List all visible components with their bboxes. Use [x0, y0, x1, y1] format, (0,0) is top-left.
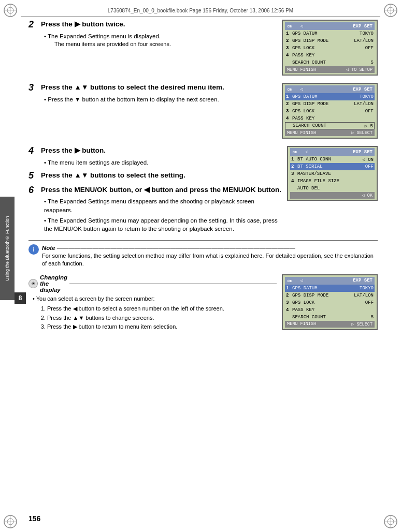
- lcd-header-1: ㎝ ◁ EXP SET: [285, 22, 375, 30]
- step-2-title: Press the ▶ button twice.: [41, 20, 125, 29]
- step-3-header: 3 Press the ▲▼ buttons to select the des…: [28, 83, 277, 93]
- step-2: 2 Press the ▶ button twice. The Expanded…: [28, 20, 378, 76]
- cd-item-3: Press the ▶ button to return to menu ite…: [47, 323, 277, 331]
- side-label: Using the Bluetooth® Function: [0, 197, 15, 300]
- page-number: 156: [28, 514, 40, 523]
- cd-body: You can select a screen by the screen nu…: [28, 295, 277, 331]
- step-3: 3 Press the ▲▼ buttons to select the des…: [28, 83, 378, 139]
- cd-title: Changing the display: [40, 274, 67, 293]
- step-3-number: 3: [28, 83, 39, 93]
- step-2-note: The menu items are provided on four scre…: [54, 40, 277, 48]
- lcd-row-1-1: 1 GPS DATUM TOKYO: [285, 30, 375, 37]
- lcd-row-4-2: 2 GPS DISP MODE LAT/LON: [285, 292, 375, 299]
- lcd-row-1-3: 3 GPS LOCK OFF: [285, 45, 375, 52]
- step-5-number: 5: [28, 171, 39, 181]
- cd-intro: You can select a screen by the screen nu…: [33, 295, 277, 303]
- step-4-body: The menu item settings are displayed.: [40, 158, 282, 167]
- step-6-bullet-2: The Expanded Settings menu may appear de…: [44, 216, 282, 233]
- corner-decoration-br: [383, 514, 398, 529]
- chapter-badge: 8: [15, 292, 26, 304]
- lcd-row-3-5: AUTO DEL: [290, 185, 375, 192]
- lcd-row-2-5: SEARCH COUNT ▷ 5: [285, 122, 375, 129]
- page-header: L7360874_En_00_0_bookfile.book Page 156 …: [21, 5, 380, 17]
- lcd-row-3-1: 1 BT AUTO CONN ◁ ON: [290, 156, 375, 163]
- step-5-header: 5 Press the ▲▼ buttons to select the set…: [28, 171, 282, 181]
- step-4-title: Press the ▶ button.: [41, 146, 106, 155]
- step-3-title: Press the ▲▼ buttons to select the desir…: [41, 83, 224, 92]
- step-456-layout: 4 Press the ▶ button. The menu item sett…: [28, 146, 378, 233]
- lcd-row-4-3: 3 GPS LOCK OFF: [285, 299, 375, 306]
- changing-display-section: ☀ Changing the display —————————————————…: [28, 274, 378, 332]
- step-2-text: 2 Press the ▶ button twice. The Expanded…: [28, 20, 277, 48]
- cd-icon: ☀: [28, 279, 38, 288]
- lcd-screen-1: ㎝ ◁ EXP SET 1 GPS DATUM TOKYO 2 GPS DISP…: [282, 20, 378, 76]
- step-6-title: Press the MENU/OK button, or ◀ button an…: [41, 185, 281, 195]
- lcd-row-3-2: 2 BT SERIAL OFF: [290, 163, 375, 170]
- step-3-layout: 3 Press the ▲▼ buttons to select the des…: [28, 83, 378, 139]
- lcd-row-2-1: 1 GPS DATUM TOKYO: [285, 93, 375, 100]
- note-icon: i: [28, 244, 39, 255]
- step-2-header: 2 Press the ▶ button twice.: [28, 20, 277, 30]
- step-6-body: The Expanded Settings menu disappears an…: [40, 197, 282, 232]
- note-body: For some functions, the setting selectio…: [42, 252, 378, 268]
- note-title: Note ———————————————————————————————————…: [42, 244, 378, 252]
- header-text: L7360874_En_00_0_bookfile.book Page 156 …: [108, 8, 293, 13]
- lcd-row-1-2: 2 GPS DISP MODE LAT/LON: [285, 37, 375, 45]
- step-3-screen: ㎝ ◁ EXP SET 1 GPS DATUM TOKYO 2 GPS DISP…: [282, 83, 378, 139]
- lcd-footer-2: MENU FINISH ▷ SELECT: [285, 129, 375, 136]
- step-3-text: 3 Press the ▲▼ buttons to select the des…: [28, 83, 277, 104]
- lcd-screen-4: ㎝ ◁ EXP SET 1 GPS DATUM TOKYO 2 GPS DISP…: [282, 274, 378, 330]
- lcd-row-4-4: 4 PASS KEY: [285, 306, 375, 314]
- step-3-body: Press the ▼ button at the bottom item to…: [40, 95, 277, 104]
- lcd-row-3-3: 3 MASTER/SLAVE: [290, 170, 375, 178]
- cd-header: ☀ Changing the display —————————————————…: [28, 274, 277, 293]
- step-2-screen: ㎝ ◁ EXP SET 1 GPS DATUM TOKYO 2 GPS DISP…: [282, 20, 378, 76]
- lcd-row-2-3: 3 GPS LOCK OFF: [285, 108, 375, 115]
- lcd-row-2-4: 4 PASS KEY: [285, 115, 375, 122]
- lcd-footer-4: MENU FINISH ▷ SELECT: [285, 321, 375, 328]
- note-section: i Note —————————————————————————————————…: [28, 240, 378, 271]
- lcd-header-3: ㎝ ◁ EXP SET: [290, 148, 375, 156]
- lcd-row-3-4: 4 IMAGE FILE SIZE: [290, 178, 375, 185]
- lcd-screen-2: ㎝ ◁ EXP SET 1 GPS DATUM TOKYO 2 GPS DISP…: [282, 83, 378, 139]
- lcd-header-4: ㎝ ◁ EXP SET: [285, 277, 375, 285]
- step-6-header: 6 Press the MENU/OK button, or ◀ button …: [28, 185, 282, 196]
- main-content: 2 Press the ▶ button twice. The Expanded…: [28, 20, 378, 511]
- step-6-bullet-1: The Expanded Settings menu disappears an…: [44, 197, 282, 214]
- note-content: Note ———————————————————————————————————…: [42, 244, 378, 268]
- lcd-footer-1: MENU FINISH ◁ TO SETUP: [285, 66, 375, 73]
- lcd-header-2: ㎝ ◁ EXP SET: [285, 85, 375, 93]
- corner-decoration-bl: [3, 514, 18, 529]
- corner-decoration-tl: [3, 3, 18, 18]
- cd-item-2: Press the ▲▼ buttons to change screens.: [47, 314, 277, 322]
- step-5-title: Press the ▲▼ buttons to select the setti…: [41, 171, 185, 180]
- changing-display-left: ☀ Changing the display —————————————————…: [28, 274, 277, 332]
- corner-decoration-tr: [383, 3, 398, 18]
- lcd-row-1-4: 4 PASS KEY: [285, 52, 375, 59]
- step-456-screen: ㎝ ◁ EXP SET 1 BT AUTO CONN ◁ ON 2 BT SER…: [287, 146, 378, 233]
- lcd-row-2-2: 2 GPS DISP MODE LAT/LON: [285, 100, 375, 108]
- step-4-number: 4: [28, 146, 39, 156]
- cd-screen: ㎝ ◁ EXP SET 1 GPS DATUM TOKYO 2 GPS DISP…: [282, 274, 378, 330]
- lcd-row-1-5: SEARCH COUNT 5: [285, 59, 375, 66]
- step-4-bullet-1: The menu item settings are displayed.: [44, 158, 282, 167]
- step-2-body: The Expanded Settings menu is displayed.: [40, 32, 277, 40]
- lcd-row-4-1: 1 GPS DATUM TOKYO: [285, 285, 375, 292]
- lcd-row-4-5: SEARCH COUNT 5: [285, 314, 375, 321]
- step-2-layout: 2 Press the ▶ button twice. The Expanded…: [28, 20, 378, 76]
- step-4-header: 4 Press the ▶ button.: [28, 146, 282, 156]
- lcd-screen-3: ㎝ ◁ EXP SET 1 BT AUTO CONN ◁ ON 2 BT SER…: [287, 146, 378, 201]
- step-2-bullet-1: The Expanded Settings menu is displayed.: [44, 32, 277, 40]
- step-3-bullet-1: Press the ▼ button at the bottom item to…: [44, 95, 277, 104]
- step-6-number: 6: [28, 185, 39, 196]
- step-456-group: 4 Press the ▶ button. The menu item sett…: [28, 146, 378, 233]
- step-456-text: 4 Press the ▶ button. The menu item sett…: [28, 146, 282, 233]
- lcd-footer-3: ◁ OK: [290, 192, 375, 199]
- cd-item-1: Press the ◀ button to select a screen nu…: [47, 305, 277, 313]
- step-2-number: 2: [28, 20, 39, 30]
